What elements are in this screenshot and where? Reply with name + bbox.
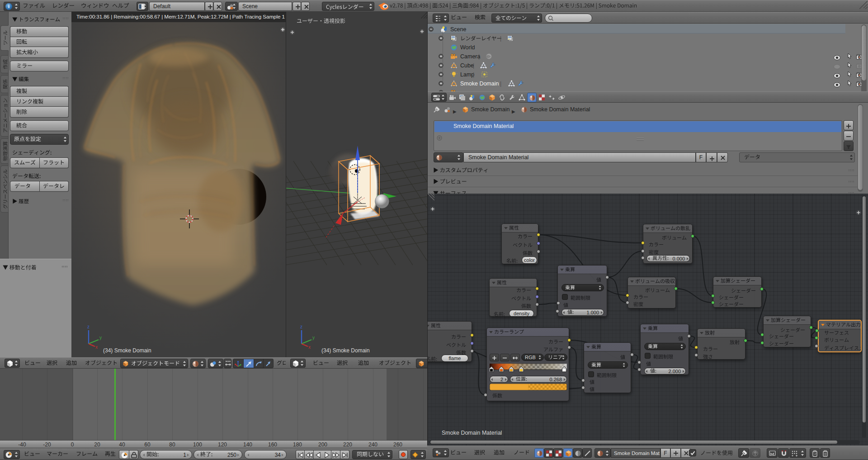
- svg-text:x: x: [308, 345, 311, 350]
- svg-text:x: x: [95, 345, 98, 350]
- svg-text:y: y: [99, 335, 102, 340]
- svg-text:z: z: [87, 324, 90, 329]
- svg-text:z: z: [300, 324, 302, 329]
- svg-text:y: y: [312, 335, 315, 340]
